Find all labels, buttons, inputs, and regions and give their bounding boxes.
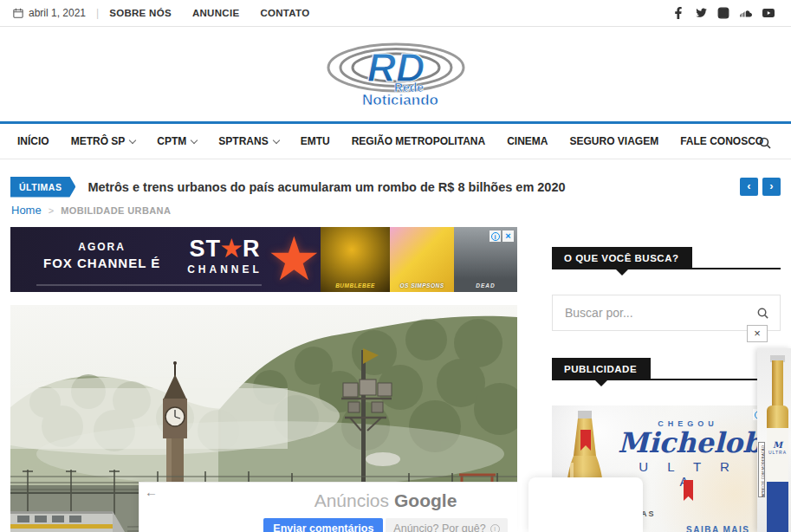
adchoices-close-icon[interactable]: × (502, 230, 514, 242)
site-logo[interactable]: RD Rede Noticiando (322, 42, 470, 107)
nav-seguro-viagem[interactable]: SEGURO VIAGEM (569, 135, 658, 147)
why-this-ad-button[interactable]: Anúncio? Por quê? i (386, 518, 507, 532)
facebook-icon[interactable] (672, 7, 684, 19)
moderation-warning-strip: APRECIE COM MODERAÇÃO (758, 442, 765, 497)
google-overlay-content: AnúnciosGoogle Enviar comentários Anúnci… (285, 490, 486, 532)
sidebar-search-input[interactable] (553, 295, 752, 330)
twitter-icon[interactable] (695, 7, 707, 19)
side-vertical-ad[interactable]: M ULTRA APRECIE COM MODERAÇÃO (757, 348, 791, 532)
news-ticker: ÚLTIMAS Metrôs e trens urbanos do país a… (10, 176, 781, 198)
bottle-label-blue (767, 482, 788, 532)
ticker-prev-button[interactable]: ‹ (740, 178, 758, 196)
bottle-label: M ULTRA (767, 428, 788, 482)
date-display: abril 1, 2021 (13, 7, 86, 19)
ribbon-icon (684, 480, 693, 501)
google-overlay-buttons: Enviar comentários Anúncio? Por quê? i (285, 518, 486, 532)
back-arrow-icon[interactable]: ← (145, 484, 158, 499)
breadcrumb-separator: > (49, 205, 54, 216)
star-channel-logo: ST★R CHANNEL (175, 235, 275, 276)
instagram-icon[interactable] (717, 7, 729, 19)
breadcrumb: Home > MOBILIDADE URBANA (11, 204, 171, 217)
star-icon: ★ (221, 236, 243, 262)
banner-tagline: AGORA FOX CHANNEL É (43, 241, 160, 270)
link-anuncie[interactable]: ANUNCIE (192, 8, 240, 18)
nav-sptrans[interactable]: SPTRANS (218, 135, 278, 147)
logo-line2: Noticiando (362, 92, 438, 107)
nav-cptm[interactable]: CPTM (157, 135, 197, 147)
nav-inicio[interactable]: INÍCIO (17, 135, 49, 147)
google-ads-overlay: ← AnúnciosGoogle Enviar comentários Anún… (139, 482, 517, 532)
nav-emtu[interactable]: EMTU (301, 135, 330, 147)
breadcrumb-current: MOBILIDADE URBANA (61, 205, 171, 216)
calendar-icon (13, 8, 23, 18)
ads-widget-title: PUBLICIDADE (552, 358, 651, 380)
michelob-brand-text: Michelob (618, 426, 756, 459)
nav-fale-conosco[interactable]: FALE CONOSCO (680, 135, 763, 147)
bottle-neck (772, 360, 783, 409)
ticker-headline[interactable]: Metrôs e trens urbanos do país acumulara… (88, 180, 565, 194)
chevron-down-icon (191, 136, 198, 143)
site-header: RD Rede Noticiando (0, 28, 791, 121)
simpsons-tile: OS SIMPSONS (390, 227, 454, 292)
star-channel-ad-banner[interactable]: AGORA FOX CHANNEL É ST★R CHANNEL ★ BUMBL… (10, 227, 517, 292)
social-icons (672, 7, 778, 19)
soundcloud-icon[interactable] (740, 7, 752, 19)
floating-overlay-panel (528, 477, 643, 532)
send-feedback-button[interactable]: Enviar comentários (263, 518, 383, 532)
ads-widget-header: PUBLICIDADE (552, 358, 781, 380)
train (10, 511, 125, 532)
side-ad-close-button[interactable]: × (747, 325, 768, 342)
youtube-icon[interactable] (762, 7, 775, 19)
main-nav: INÍCIO METRÔ SP CPTM SPTRANS EMTU REGIÃO… (0, 121, 791, 159)
chevron-down-icon (129, 136, 136, 143)
date-text: abril 1, 2021 (29, 7, 86, 19)
sidebar-search-icon[interactable] (756, 307, 769, 320)
ultimas-badge[interactable]: ÚLTIMAS (10, 177, 75, 198)
bumblebee-tile: BUMBLEBEE (321, 227, 390, 292)
breadcrumb-home-link[interactable]: Home (11, 204, 42, 217)
adchoices-info-icon[interactable]: i (490, 230, 501, 242)
saiba-mais-link[interactable]: SAIBA MAIS (686, 525, 750, 532)
nav-cinema[interactable]: CINEMA (507, 135, 548, 147)
info-icon: i (490, 524, 500, 532)
nav-regiao-metropolitana[interactable]: REGIÃO METROPOLITANA (352, 135, 485, 147)
search-icon[interactable] (758, 136, 772, 150)
nav-metro-sp[interactable]: METRÔ SP (71, 135, 136, 147)
search-widget-title: O QUE VOCÊ BUSCA? (552, 247, 692, 269)
search-widget-header: O QUE VOCÊ BUSCA? (552, 247, 781, 269)
google-ads-title: AnúnciosGoogle (285, 490, 486, 511)
big-star-icon: ★ (267, 227, 321, 292)
topbar-links: SOBRE NÓS ANUNCIE CONTATO (109, 8, 309, 18)
legal-fineprint (36, 284, 262, 286)
divider: | (96, 7, 99, 19)
top-bar: abril 1, 2021 | SOBRE NÓS ANUNCIE CONTAT… (0, 0, 791, 27)
ticker-next-button[interactable]: › (762, 178, 781, 196)
adchoices-controls: i × (490, 230, 514, 242)
link-sobre-nos[interactable]: SOBRE NÓS (109, 8, 172, 18)
page: abril 1, 2021 | SOBRE NÓS ANUNCIE CONTAT… (0, 0, 791, 532)
chevron-down-icon (272, 136, 279, 143)
link-contato[interactable]: CONTATO (260, 8, 309, 18)
ticker-controls: ‹ › (740, 178, 781, 196)
